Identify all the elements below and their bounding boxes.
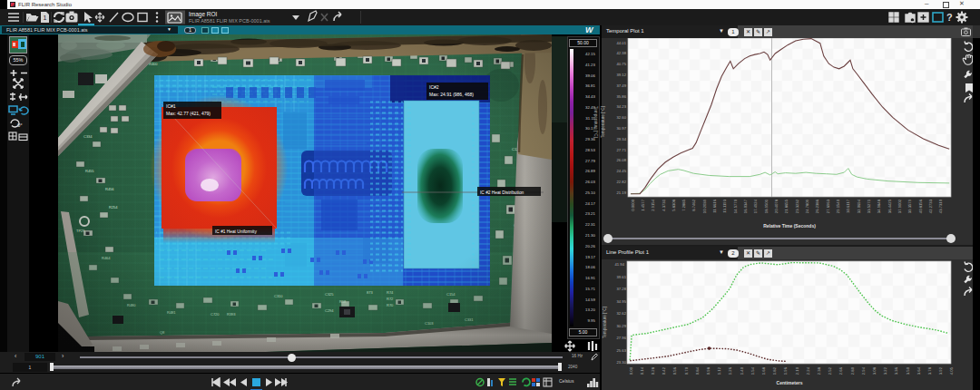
svg-text:1.54: 1.54 <box>750 366 755 375</box>
svg-text:2.38: 2.38 <box>817 366 821 375</box>
svg-text:1.40: 1.40 <box>740 366 744 375</box>
svg-text:30.29: 30.29 <box>617 324 627 328</box>
svg-text:1.26: 1.26 <box>728 366 732 375</box>
svg-text:29.1540: 29.1540 <box>836 199 840 213</box>
svg-text:18.9501: 18.9501 <box>764 199 769 213</box>
svg-text:37.49: 37.49 <box>617 83 627 88</box>
svg-text:IC #1 Heat Uniformity: IC #1 Heat Uniformity <box>215 229 257 234</box>
svg-text:26.2386: 26.2386 <box>815 199 819 213</box>
svg-text:0.0000: 0.0000 <box>631 199 635 210</box>
svg-text:39.12: 39.12 <box>617 73 627 77</box>
svg-text:3.22: 3.22 <box>883 366 887 375</box>
svg-text:Relative Time (Seconds): Relative Time (Seconds) <box>763 223 816 229</box>
svg-text:3.08: 3.08 <box>872 366 877 375</box>
svg-text:34.95: 34.95 <box>617 299 627 304</box>
svg-text:32.0694: 32.0694 <box>857 199 861 213</box>
svg-text:36.4425: 36.4425 <box>887 199 892 213</box>
svg-text:Max: 42.77 (421, 479): Max: 42.77 (421, 479) <box>166 111 211 116</box>
svg-text:3.36: 3.36 <box>894 366 898 375</box>
svg-text:3.92: 3.92 <box>938 366 943 375</box>
svg-text:11.6616: 11.6616 <box>712 199 717 212</box>
svg-text:1.4577: 1.4577 <box>641 199 645 210</box>
svg-text:42.2733: 42.2733 <box>928 199 933 213</box>
svg-text:0.14: 0.14 <box>640 366 644 375</box>
svg-text:23.3232: 23.3232 <box>795 199 799 213</box>
svg-text:IC#1: IC#1 <box>166 103 176 109</box>
svg-text:39.3579: 39.3579 <box>907 199 912 213</box>
svg-text:IC #2 Heat Distribution: IC #2 Heat Distribution <box>480 190 524 195</box>
svg-text:40.75: 40.75 <box>617 62 627 66</box>
svg-text:39.61: 39.61 <box>617 275 627 279</box>
svg-text:2.24: 2.24 <box>806 366 810 375</box>
svg-text:29.34: 29.34 <box>617 137 627 141</box>
svg-text:3.78: 3.78 <box>927 366 932 375</box>
svg-text:21.8655: 21.8655 <box>784 199 789 213</box>
svg-text:37.9002: 37.9002 <box>897 199 902 213</box>
svg-text:34.23: 34.23 <box>617 104 627 109</box>
svg-text:1.68: 1.68 <box>761 366 766 375</box>
svg-text:?: ? <box>946 12 953 23</box>
svg-text:5.8308: 5.8308 <box>671 199 676 210</box>
svg-text:2.94: 2.94 <box>861 366 866 375</box>
svg-text:0.84: 0.84 <box>695 366 700 375</box>
svg-text:25.63: 25.63 <box>617 348 627 353</box>
svg-text:14.5770: 14.5770 <box>733 199 738 213</box>
svg-text:16.0347: 16.0347 <box>743 199 748 213</box>
svg-text:27.71: 27.71 <box>617 148 627 152</box>
svg-text:41.94: 41.94 <box>615 262 625 267</box>
svg-text:2.10: 2.10 <box>795 366 799 375</box>
svg-text:3.64: 3.64 <box>916 366 921 375</box>
svg-text:17.4924: 17.4924 <box>753 199 758 213</box>
svg-text:Max: 24.91 (986, 468): Max: 24.91 (986, 468) <box>429 92 474 97</box>
svg-text:10.2039: 10.2039 <box>702 199 707 213</box>
svg-text:26.08: 26.08 <box>617 158 627 162</box>
svg-text:27.6963: 27.6963 <box>826 199 830 213</box>
svg-text:0.28: 0.28 <box>651 366 655 375</box>
svg-text:23.30: 23.30 <box>617 360 627 365</box>
svg-text:Centimeters: Centimeters <box>777 380 803 385</box>
svg-text:24.45: 24.45 <box>617 169 627 173</box>
svg-text:2.9154: 2.9154 <box>651 199 655 210</box>
svg-text:0.98: 0.98 <box>706 366 710 375</box>
svg-text:4.05: 4.05 <box>949 366 954 375</box>
svg-text:34.9848: 34.9848 <box>877 199 881 213</box>
svg-text:1.96: 1.96 <box>783 366 788 375</box>
svg-text:2.66: 2.66 <box>838 366 843 375</box>
svg-text:44.01: 44.01 <box>617 41 627 45</box>
svg-text:0.00: 0.00 <box>629 366 633 375</box>
svg-text:7.2885: 7.2885 <box>681 199 686 210</box>
svg-text:0.56: 0.56 <box>672 366 677 375</box>
svg-text:1.82: 1.82 <box>772 366 777 375</box>
svg-text:43.7310: 43.7310 <box>938 199 943 213</box>
svg-text:1: 1 <box>44 15 47 21</box>
svg-text:4.3731: 4.3731 <box>662 199 666 210</box>
svg-text:32.60: 32.60 <box>617 115 627 120</box>
svg-text:32.62: 32.62 <box>617 311 627 316</box>
svg-text:13.1193: 13.1193 <box>722 199 727 212</box>
svg-text:40.8156: 40.8156 <box>918 199 923 213</box>
svg-text:0.70: 0.70 <box>684 366 689 375</box>
svg-text:37.28: 37.28 <box>617 287 627 291</box>
svg-text:24.7809: 24.7809 <box>805 199 809 213</box>
svg-text:42.38: 42.38 <box>617 51 627 55</box>
svg-text:IC#2: IC#2 <box>429 84 439 90</box>
svg-text:27.96: 27.96 <box>617 336 627 340</box>
svg-text:30.6117: 30.6117 <box>846 199 850 212</box>
svg-text:8.7462: 8.7462 <box>691 199 696 210</box>
svg-text:2.52: 2.52 <box>828 366 832 375</box>
svg-text:2.80: 2.80 <box>850 366 855 375</box>
svg-text:0.42: 0.42 <box>662 366 666 375</box>
svg-text:1.12: 1.12 <box>717 366 721 375</box>
svg-text:0°: 0° <box>17 122 23 128</box>
svg-text:35.86: 35.86 <box>617 94 627 99</box>
svg-text:3.50: 3.50 <box>906 366 910 375</box>
svg-text:21.19: 21.19 <box>617 190 627 195</box>
svg-text:30.97: 30.97 <box>617 126 627 131</box>
svg-text:33.5271: 33.5271 <box>867 199 871 213</box>
svg-text:22.82: 22.82 <box>617 180 627 184</box>
svg-text:20.4078: 20.4078 <box>774 199 779 213</box>
